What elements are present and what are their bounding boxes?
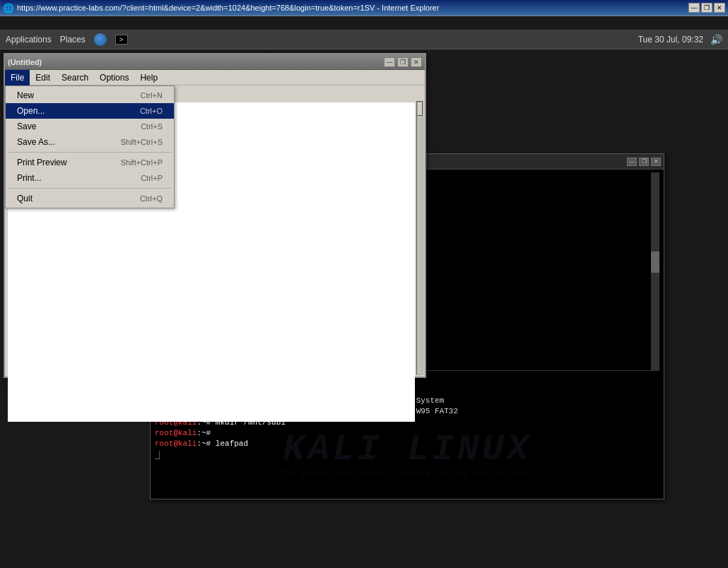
term-cursor-line: █: [155, 450, 659, 461]
prompt-user: root@kali: [155, 429, 196, 437]
menu-separator-2: [8, 188, 171, 189]
browser-restore-btn[interactable]: ❐: [701, 3, 712, 13]
browser-minimize-btn[interactable]: —: [688, 3, 700, 13]
topbar-places[interactable]: Places: [60, 35, 86, 45]
menu-item-save-as-shortcut: Shift+Ctrl+S: [121, 138, 163, 146]
menu-help[interactable]: Help: [134, 70, 163, 85]
menu-edit[interactable]: Edit: [30, 70, 56, 85]
leafpad-scrollbar[interactable]: [416, 101, 423, 375]
leafpad-menubar: File Edit Search Options Help: [5, 70, 425, 85]
leafpad-wm-buttons[interactable]: — ❐ ✕: [384, 57, 422, 67]
terminal-minimize-btn[interactable]: —: [627, 158, 637, 166]
leafpad-minimize-btn[interactable]: —: [384, 57, 395, 67]
menu-item-save-as[interactable]: Save As... Shift+Ctrl+S: [6, 134, 174, 150]
terminal-close-btn[interactable]: ✕: [651, 158, 661, 166]
speaker-icon[interactable]: 🔊: [710, 34, 722, 45]
menu-item-print-preview[interactable]: Print Preview Shift+Ctrl+P: [6, 155, 174, 170]
terminal-launch-icon[interactable]: [115, 35, 128, 45]
menu-item-quit-label: Quit: [17, 194, 33, 203]
menu-item-new-shortcut: Ctrl+N: [141, 91, 163, 100]
terminal-wm-buttons[interactable]: — ❐ ✕: [627, 158, 661, 166]
term-prompt-line: root@kali:~# leafpad: [155, 439, 659, 449]
terminal-restore-btn[interactable]: ❐: [639, 158, 649, 166]
file-dropdown-menu: New Ctrl+N Open... Ctrl+O Save Ctrl+S Sa…: [5, 85, 175, 208]
menu-separator-1: [8, 152, 171, 153]
browser-controls[interactable]: — ❐ ✕: [688, 3, 725, 13]
leafpad-titlebar: (Untitled) — ❐ ✕: [5, 54, 425, 70]
menu-item-open-label: Open...: [17, 106, 45, 116]
topbar-right: Tue 30 Jul, 09:32 🔊: [638, 34, 722, 45]
leafpad-restore-btn[interactable]: ❐: [397, 57, 409, 67]
menu-item-print-label: Print...: [17, 173, 42, 183]
menu-item-print-preview-label: Print Preview: [17, 158, 67, 167]
leafpad-close-btn[interactable]: ✕: [411, 57, 422, 67]
browser-chrome: 🌐 https://www.practice-labs.com/?client=…: [0, 0, 728, 16]
term-prompt-line: root@kali:~#: [155, 428, 659, 439]
menu-options[interactable]: Options: [94, 70, 134, 85]
menu-item-print[interactable]: Print... Ctrl+P: [6, 170, 174, 186]
menu-item-print-preview-shortcut: Shift+Ctrl+P: [121, 158, 163, 167]
menu-item-open-shortcut: Ctrl+O: [140, 107, 163, 115]
menu-item-save[interactable]: Save Ctrl+S: [6, 119, 174, 134]
menu-item-new-label: New: [17, 90, 34, 100]
prompt-user: root@kali: [155, 439, 196, 448]
menu-item-save-label: Save: [17, 122, 36, 131]
menu-item-save-shortcut: Ctrl+S: [141, 122, 163, 131]
menu-item-quit-shortcut: Ctrl+Q: [140, 194, 163, 203]
menu-item-print-shortcut: Ctrl+P: [141, 174, 163, 182]
menu-item-open[interactable]: Open... Ctrl+O: [6, 103, 174, 119]
menu-item-new[interactable]: New Ctrl+N: [6, 88, 174, 103]
topbar: Applications Places Tue 30 Jul, 09:32 🔊: [0, 30, 728, 49]
scrollbar-thumb[interactable]: [651, 252, 659, 273]
globe-icon: [94, 33, 107, 46]
leafpad-title-text: (Untitled): [8, 58, 42, 66]
menu-item-quit[interactable]: Quit Ctrl+Q: [6, 191, 174, 206]
browser-close-btn[interactable]: ✕: [714, 3, 725, 13]
leafpad-scrollbar-thumb[interactable]: [417, 102, 423, 116]
menu-item-save-as-label: Save As...: [17, 137, 55, 147]
datetime: Tue 30 Jul, 09:32: [638, 35, 703, 45]
menu-file[interactable]: File: [5, 70, 30, 85]
menu-search[interactable]: Search: [56, 70, 94, 85]
desktop: Applications Places Tue 30 Jul, 09:32 🔊 …: [0, 30, 728, 568]
prompt-path: :~#: [196, 429, 211, 437]
leafpad-window: (Untitled) — ❐ ✕ File Edit Search Option…: [4, 53, 426, 378]
prompt-path: :~# leafpad: [196, 439, 248, 448]
browser-title-text: https://www.practice-labs.com/?client=ht…: [17, 4, 439, 12]
browser-titlebar: 🌐 https://www.practice-labs.com/?client=…: [0, 0, 728, 16]
topbar-left: Applications Places: [6, 33, 128, 46]
topbar-applications[interactable]: Applications: [6, 35, 52, 45]
browser-title: 🌐 https://www.practice-labs.com/?client=…: [3, 3, 439, 13]
scrollbar-right[interactable]: [651, 172, 659, 370]
